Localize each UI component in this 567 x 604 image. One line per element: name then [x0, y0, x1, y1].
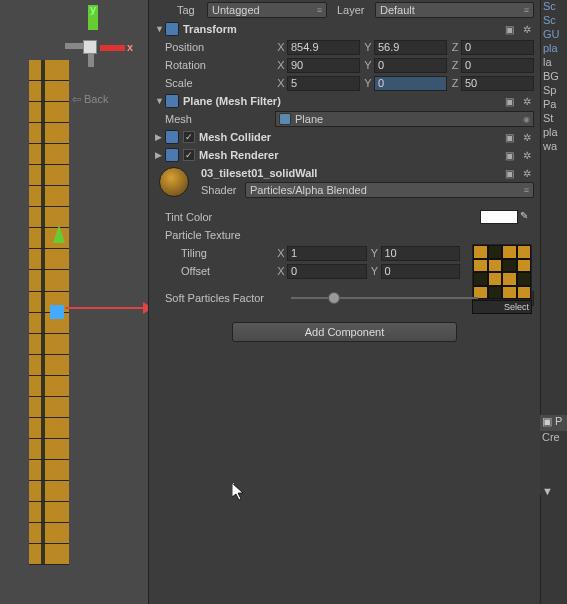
hierarchy-item[interactable]: GU [541, 28, 567, 42]
rotation-z-field[interactable]: 0 [461, 58, 534, 73]
inspector-panel: Tag Untagged Layer Default ▼ Transform ▣… [148, 0, 540, 604]
add-component-button[interactable]: Add Component [232, 322, 457, 342]
offset-x-field[interactable]: 0 [287, 264, 367, 279]
transform-center-cube[interactable] [50, 305, 64, 319]
create-menu[interactable]: Cre [540, 431, 567, 445]
mesh-asset-icon [279, 113, 291, 125]
project-panel-header[interactable]: ▣ P [540, 415, 567, 431]
help-icon[interactable]: ▣ [502, 22, 516, 36]
mesh-collider-title: Mesh Collider [199, 131, 502, 143]
slider-thumb[interactable] [328, 292, 340, 304]
mesh-renderer-enable-checkbox[interactable] [183, 149, 195, 161]
hierarchy-panel-edge[interactable]: Sc Sc GU pla la BG Sp Pa St pla wa [540, 0, 567, 604]
foldout-closed-icon[interactable]: ▶ [155, 150, 165, 160]
rotation-y-field[interactable]: 0 [374, 58, 447, 73]
texture-select-button[interactable]: Select [472, 300, 532, 314]
material-sphere-icon [159, 167, 189, 197]
help-icon[interactable]: ▣ [502, 130, 516, 144]
tiling-y-field[interactable]: 10 [381, 246, 461, 261]
tag-layer-row: Tag Untagged Layer Default [149, 0, 540, 20]
y-axis-label: y [90, 3, 96, 15]
shader-dropdown[interactable]: Particles/Alpha Blended [245, 182, 534, 198]
transform-x-arrow-icon[interactable] [65, 307, 145, 309]
tag-dropdown[interactable]: Untagged [207, 2, 327, 18]
gear-icon[interactable]: ✲ [520, 166, 534, 180]
transform-header[interactable]: ▼ Transform ▣ ✲ [149, 20, 540, 38]
scale-y-field[interactable]: 0 [374, 76, 447, 91]
x-axis-label: x [127, 41, 133, 53]
hierarchy-item[interactable]: wa [541, 140, 567, 154]
mesh-filter-title: Plane (Mesh Filter) [183, 95, 502, 107]
tint-color-swatch[interactable] [480, 210, 518, 224]
hierarchy-item[interactable]: St [541, 112, 567, 126]
gear-icon[interactable]: ✲ [520, 22, 534, 36]
eyedropper-icon[interactable]: ✎ [520, 210, 534, 224]
position-z-field[interactable]: 0 [461, 40, 534, 55]
material-name: 03_tileset01_solidWall [201, 167, 502, 179]
mesh-collider-header[interactable]: ▶ Mesh Collider ▣ ✲ [149, 128, 540, 146]
scale-x-field[interactable]: 5 [287, 76, 360, 91]
neg-y-axis[interactable] [88, 53, 94, 67]
gear-icon[interactable]: ✲ [520, 130, 534, 144]
offset-y-field[interactable]: 0 [381, 264, 461, 279]
texture-preview[interactable] [472, 244, 532, 300]
scale-z-field[interactable]: 50 [461, 76, 534, 91]
material-header[interactable]: 03_tileset01_solidWall ▣ ✲ Shader Partic… [149, 164, 540, 200]
hierarchy-item[interactable]: Pa [541, 98, 567, 112]
tag-label: Tag [177, 4, 207, 16]
hierarchy-item[interactable]: Sp [541, 84, 567, 98]
neg-x-axis[interactable] [65, 43, 83, 49]
soft-particles-slider[interactable] [291, 297, 478, 299]
hierarchy-item[interactable]: la [541, 56, 567, 70]
position-x-field[interactable]: 854.9 [287, 40, 360, 55]
mesh-renderer-header[interactable]: ▶ Mesh Renderer ▣ ✲ [149, 146, 540, 164]
project-folder[interactable]: ▼ Sc [540, 485, 567, 499]
mesh-renderer-title: Mesh Renderer [199, 149, 502, 161]
hierarchy-item[interactable]: pla [541, 126, 567, 140]
help-icon[interactable]: ▣ [502, 166, 516, 180]
transform-y-arrow-icon[interactable] [53, 225, 65, 243]
mesh-row: Mesh Plane [149, 110, 540, 128]
mesh-label: Mesh [165, 113, 275, 125]
foldout-open-icon[interactable]: ▼ [155, 96, 165, 106]
layer-dropdown[interactable]: Default [375, 2, 534, 18]
position-y-field[interactable]: 56.9 [374, 40, 447, 55]
mesh-collider-icon [165, 130, 179, 144]
gear-icon[interactable]: ✲ [520, 94, 534, 108]
help-icon[interactable]: ▣ [502, 148, 516, 162]
hierarchy-item[interactable]: Sc [541, 0, 567, 14]
mesh-collider-enable-checkbox[interactable] [183, 131, 195, 143]
rotation-label: Rotation [165, 59, 275, 71]
foldout-closed-icon[interactable]: ▶ [155, 132, 165, 142]
mesh-object-field[interactable]: Plane [275, 111, 534, 127]
mesh-filter-header[interactable]: ▼ Plane (Mesh Filter) ▣ ✲ [149, 92, 540, 110]
shader-label: Shader [201, 184, 245, 196]
project-panel-edge[interactable]: ▣ P Cre ▼ Sc [540, 415, 567, 495]
mesh-filter-icon [165, 94, 179, 108]
gizmo-center[interactable] [83, 40, 97, 54]
foldout-open-icon[interactable]: ▼ [155, 24, 165, 34]
x-axis-cone[interactable] [100, 45, 125, 51]
transform-gizmo[interactable] [45, 225, 75, 315]
scene-view-panel[interactable]: y x ⇦ Back [0, 0, 148, 604]
tiling-x-field[interactable]: 1 [287, 246, 367, 261]
axis-gizmo[interactable]: y x [60, 5, 140, 65]
particle-texture-row: Particle Texture [149, 226, 540, 244]
position-label: Position [165, 41, 275, 53]
scale-label: Scale [165, 77, 275, 89]
scale-row: Scale X5 Y0 Z50 [149, 74, 540, 92]
help-icon[interactable]: ▣ [502, 94, 516, 108]
rotation-x-field[interactable]: 90 [287, 58, 360, 73]
transform-title: Transform [183, 23, 502, 35]
hierarchy-item[interactable]: BG [541, 70, 567, 84]
gear-icon[interactable]: ✲ [520, 148, 534, 162]
transform-icon [165, 22, 179, 36]
back-arrow-icon: ⇦ [72, 93, 81, 106]
hierarchy-item[interactable]: Sc [541, 14, 567, 28]
projection-back-label: Back [84, 93, 108, 105]
layer-label: Layer [337, 4, 375, 16]
soft-particles-label: Soft Particles Factor [165, 292, 285, 304]
tint-color-row: Tint Color ✎ [149, 208, 540, 226]
tiling-label: Tiling [165, 247, 275, 259]
hierarchy-item[interactable]: pla [541, 42, 567, 56]
